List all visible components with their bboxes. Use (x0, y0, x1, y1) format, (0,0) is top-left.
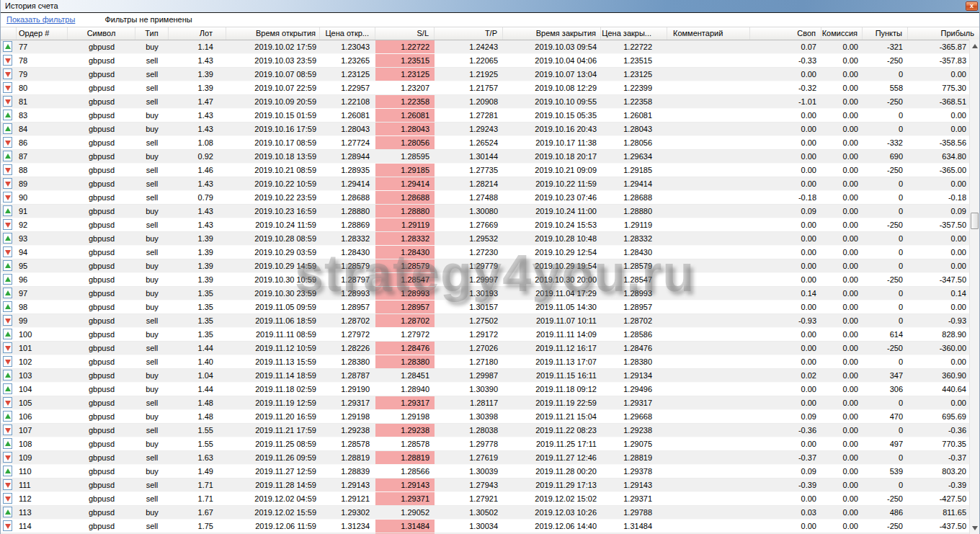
table-row[interactable]: 81gbpusdsell1.472019.10.09 20:591.221081… (1, 95, 971, 109)
table-row[interactable]: 78gbpusdsell1.432019.10.03 23:591.232651… (1, 54, 971, 68)
table-row[interactable]: 87gbpusdbuy0.922019.10.18 13:591.289441.… (1, 150, 971, 164)
tp-cell: 1.29778 (435, 437, 503, 450)
header-open-price[interactable]: Цена откр... (320, 27, 375, 40)
points-cell: 497 (863, 437, 908, 450)
header-type[interactable]: Тип (135, 27, 169, 40)
table-row[interactable]: 103gbpusdbuy1.042019.11.14 18:591.287871… (1, 369, 971, 383)
table-row[interactable]: 88gbpusdsell1.462019.10.21 08:591.289351… (1, 164, 971, 177)
symbol-cell: gbpusd (68, 342, 135, 355)
table-row[interactable]: 110gbpusdbuy1.492019.11.27 12:591.288391… (1, 465, 971, 479)
symbol-cell: gbpusd (68, 40, 135, 53)
show-filters-link[interactable]: Показать фильтры (6, 15, 75, 24)
close_time-cell: 2019.11.15 16:11 (503, 369, 601, 382)
header-commission[interactable]: Комиссия (821, 27, 863, 40)
table-row[interactable]: 107gbpusdsell1.552019.11.21 17:591.29238… (1, 424, 971, 437)
table-row[interactable]: 96gbpusdbuy1.392019.10.30 10:591.287971.… (1, 273, 971, 287)
title-bar: История счета x (1, 0, 979, 13)
lot-cell: 1.43 (169, 54, 226, 67)
table-row[interactable]: 93gbpusdbuy1.392019.10.28 08:591.283321.… (1, 232, 971, 246)
close-button[interactable]: x (966, 1, 978, 11)
header-close-price[interactable]: Цена закры... (601, 27, 667, 40)
commission-cell: 0.00 (821, 205, 863, 218)
open_price-cell: 1.28226 (320, 342, 375, 355)
table-row[interactable]: 79gbpusdsell1.392019.10.07 08:591.231251… (1, 68, 971, 81)
profit-cell: -357.83 (908, 54, 971, 67)
sl-cell: 1.28688 (375, 191, 435, 204)
open_price-cell: 1.31234 (320, 520, 375, 533)
type-cell: sell (135, 68, 169, 81)
commission-cell: 0.00 (821, 232, 863, 245)
lot-cell: 1.43 (169, 109, 226, 122)
table-row[interactable]: 90gbpusdsell0.792019.10.22 23:591.286881… (1, 191, 971, 205)
table-row[interactable]: 91gbpusdbuy1.432019.10.23 16:591.288801.… (1, 205, 971, 218)
order-icon-cell (1, 328, 17, 341)
header-open-time[interactable]: Время открытия (226, 27, 320, 40)
header-sl[interactable]: S/L (375, 27, 435, 40)
header-swap[interactable]: Своп (750, 27, 821, 40)
table-row[interactable]: 106gbpusdbuy1.482019.11.20 16:591.291981… (1, 410, 971, 424)
open_price-cell: 1.28578 (320, 437, 375, 450)
open_time-cell: 2019.11.13 15:59 (226, 355, 320, 368)
symbol-cell: gbpusd (68, 232, 135, 245)
table-row[interactable]: 111gbpusdsell1.712019.11.28 14:591.29143… (1, 479, 971, 492)
header-lot[interactable]: Лот (169, 27, 226, 40)
symbol-cell: gbpusd (68, 465, 135, 478)
history-table-body: 77gbpusdbuy1.142019.10.02 17:591.230431.… (1, 40, 971, 534)
table-row[interactable]: 80gbpusdsell1.392019.10.07 22:591.229571… (1, 81, 971, 95)
order-cell: 86 (17, 136, 68, 149)
table-row[interactable]: 100gbpusdbuy1.352019.11.11 08:591.279721… (1, 328, 971, 342)
vertical-scrollbar[interactable] (969, 40, 979, 534)
header-profit[interactable]: Прибыль (908, 27, 980, 40)
table-row[interactable]: 89gbpusdsell1.432019.10.22 10:591.294141… (1, 177, 971, 191)
header-order[interactable]: Ордер # (17, 27, 68, 40)
table-row[interactable]: 113gbpusdbuy1.672019.12.02 15:591.293021… (1, 506, 971, 520)
tp-cell: 1.27619 (435, 451, 503, 464)
buy-order-icon (3, 274, 12, 285)
table-row[interactable]: 77gbpusdbuy1.142019.10.02 17:591.230431.… (1, 40, 971, 54)
table-row[interactable]: 112gbpusdsell1.712019.12.02 04:591.29121… (1, 492, 971, 506)
tp-cell: 1.30398 (435, 410, 503, 423)
open_price-cell: 1.28839 (320, 465, 375, 478)
scroll-up-button[interactable] (970, 40, 980, 53)
table-row[interactable]: 104gbpusdbuy1.442019.11.18 02:591.291901… (1, 383, 971, 396)
table-row[interactable]: 97gbpusdbuy1.352019.10.30 23:591.289931.… (1, 287, 971, 301)
table-row[interactable]: 86gbpusdsell1.082019.10.17 08:591.277241… (1, 136, 971, 150)
order-cell: 103 (17, 369, 68, 382)
header-tp[interactable]: T/P (435, 27, 503, 40)
symbol-cell: gbpusd (68, 95, 135, 108)
header-comment[interactable]: Комментарий (667, 27, 750, 40)
lot-cell: 1.63 (169, 451, 226, 464)
open_price-cell: 1.29143 (320, 479, 375, 491)
table-row[interactable]: 92gbpusdsell1.432019.10.24 11:591.288691… (1, 218, 971, 232)
table-row[interactable]: 94gbpusdsell1.392019.10.29 03:591.284301… (1, 246, 971, 259)
points-cell: 614 (863, 328, 908, 341)
header-points[interactable]: Пункты (863, 27, 908, 40)
points-cell: -250 (863, 273, 908, 286)
commission-cell: 0.00 (821, 81, 863, 94)
table-row[interactable]: 98gbpusdbuy1.352019.11.05 09:591.289571.… (1, 301, 971, 314)
close_price-cell: 1.22358 (601, 95, 667, 108)
table-row[interactable]: 102gbpusdsell1.402019.11.13 15:591.28380… (1, 355, 971, 369)
table-row[interactable]: 105gbpusdsell1.482019.11.19 12:591.29317… (1, 396, 971, 410)
table-row[interactable]: 83gbpusdbuy1.432019.10.15 01:591.260811.… (1, 109, 971, 123)
table-row[interactable]: 114gbpusdsell1.752019.12.06 11:591.31234… (1, 520, 971, 533)
points-cell: -250 (863, 95, 908, 108)
profit-cell: 0.00 (908, 123, 971, 135)
table-row[interactable]: 99gbpusdsell1.352019.11.06 18:591.287021… (1, 314, 971, 328)
points-cell: -250 (863, 164, 908, 177)
header-close-time[interactable]: Время закрытия (503, 27, 601, 40)
table-row[interactable]: 108gbpusdbuy1.552019.11.25 08:591.285781… (1, 437, 971, 451)
scroll-down-button[interactable] (970, 521, 980, 534)
open_price-cell: 1.28702 (320, 314, 375, 327)
order-icon-cell (1, 369, 17, 382)
buy-order-icon (3, 123, 12, 134)
swap-cell: 0.00 (750, 383, 821, 396)
table-row[interactable]: 101gbpusdsell1.442019.11.12 10:591.28226… (1, 342, 971, 355)
scrollbar-thumb[interactable] (971, 213, 979, 229)
table-row[interactable]: 84gbpusdbuy1.432019.10.16 17:591.280431.… (1, 123, 971, 136)
commission-cell: 0.00 (821, 301, 863, 313)
header-symbol[interactable]: Символ (68, 27, 135, 40)
lot-cell: 1.14 (169, 40, 226, 53)
table-row[interactable]: 95gbpusdbuy1.392019.10.29 14:591.285791.… (1, 259, 971, 273)
table-row[interactable]: 109gbpusdsell1.632019.11.26 09:591.28819… (1, 451, 971, 465)
